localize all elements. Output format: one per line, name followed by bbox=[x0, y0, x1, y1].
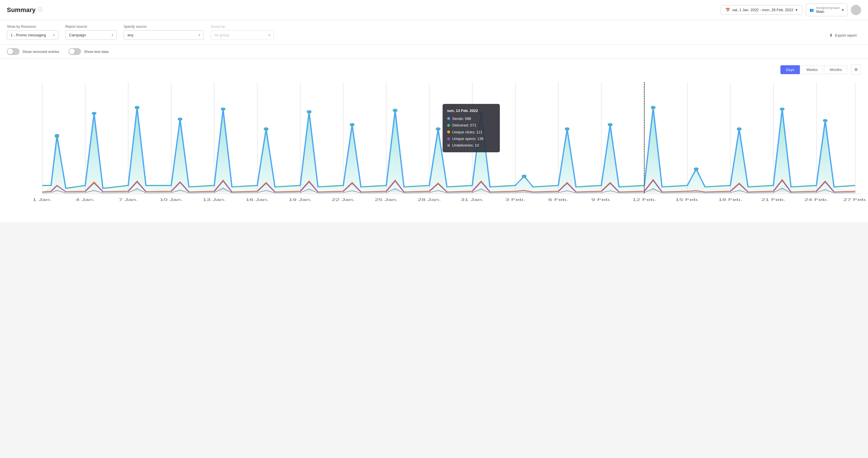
assigned-groups-arrow: ▾ bbox=[842, 8, 844, 12]
chevron-down-icon: ▾ bbox=[269, 33, 270, 37]
test-data-toggle[interactable] bbox=[68, 48, 81, 55]
page-title: Summary bbox=[7, 6, 35, 14]
svg-text:28 Jan.: 28 Jan. bbox=[418, 198, 441, 202]
assigned-groups-value: Main bbox=[816, 9, 824, 14]
svg-text:10 Jan.: 10 Jan. bbox=[160, 198, 183, 202]
svg-text:9 Feb.: 9 Feb. bbox=[591, 198, 611, 202]
avatar[interactable] bbox=[851, 5, 861, 15]
report-source-label: Report source: bbox=[65, 25, 117, 29]
date-range-picker[interactable]: 📅 sat, 1 Jan. 2022 - mon, 28 Feb. 2022 ▾ bbox=[720, 5, 802, 14]
svg-point-53 bbox=[522, 175, 526, 177]
assigned-groups-label: Assigned groups bbox=[816, 6, 840, 9]
svg-text:12 Feb.: 12 Feb. bbox=[632, 198, 656, 202]
specify-source-select[interactable]: any ▾ bbox=[124, 30, 204, 40]
svg-text:3 Feb.: 3 Feb. bbox=[505, 198, 525, 202]
show-by-resource-select[interactable]: 1 - Promo messaging ▾ bbox=[7, 30, 58, 40]
svg-text:6 Feb.: 6 Feb. bbox=[548, 198, 568, 202]
svg-text:27 Feb.: 27 Feb. bbox=[843, 198, 867, 202]
gear-icon: ⚙ bbox=[854, 67, 858, 72]
chart-settings-button[interactable]: ⚙ bbox=[851, 64, 861, 75]
chart-area: 1 Jan. 4 Jan. 7 Jan. 10 Jan. 13 Jan. 16 … bbox=[7, 79, 861, 217]
test-data-label: Show test data bbox=[84, 50, 108, 54]
svg-point-42 bbox=[55, 134, 59, 136]
svg-point-44 bbox=[135, 106, 140, 108]
removed-entries-label: Show removed entries bbox=[22, 50, 59, 54]
show-by-resource-label: Show by Resource: bbox=[7, 25, 58, 29]
svg-point-47 bbox=[264, 127, 268, 130]
svg-text:25 Jan.: 25 Jan. bbox=[375, 198, 398, 202]
svg-point-49 bbox=[350, 123, 354, 125]
svg-text:13 Jan.: 13 Jan. bbox=[203, 198, 226, 202]
removed-entries-toggle-group: Show removed entries bbox=[7, 48, 59, 55]
chevron-down-icon: ▾ bbox=[112, 33, 113, 37]
svg-point-58 bbox=[737, 127, 741, 130]
group-icon: 👥 bbox=[810, 8, 814, 12]
chevron-down-icon: ▾ bbox=[199, 33, 200, 37]
svg-point-51 bbox=[436, 127, 440, 130]
chart-container: Days Weeks Months ⚙ bbox=[0, 59, 868, 222]
svg-point-52 bbox=[479, 112, 483, 114]
help-icon[interactable]: ⓘ bbox=[38, 7, 42, 13]
svg-point-48 bbox=[307, 110, 311, 113]
svg-point-57 bbox=[694, 167, 699, 170]
group-by-label: Group by: bbox=[211, 25, 274, 29]
removed-entries-toggle[interactable] bbox=[7, 48, 20, 55]
header-left: Summary ⓘ bbox=[7, 6, 42, 14]
svg-text:18 Feb.: 18 Feb. bbox=[718, 198, 742, 202]
svg-text:15 Feb.: 15 Feb. bbox=[675, 198, 700, 202]
date-range-label: sat, 1 Jan. 2022 - mon, 28 Feb. 2022 bbox=[732, 8, 793, 12]
chart-svg: 1 Jan. 4 Jan. 7 Jan. 10 Jan. 13 Jan. 16 … bbox=[7, 79, 861, 205]
svg-text:31 Jan.: 31 Jan. bbox=[461, 198, 484, 202]
download-icon: ⬇ bbox=[829, 33, 833, 37]
svg-point-59 bbox=[780, 108, 784, 110]
specify-source-group: Specify source: any ▾ bbox=[124, 25, 204, 40]
show-by-resource-group: Show by Resource: 1 - Promo messaging ▾ bbox=[7, 25, 58, 40]
svg-text:4 Jan.: 4 Jan. bbox=[75, 198, 95, 202]
group-by-value: no group bbox=[214, 33, 229, 37]
svg-text:7 Jan.: 7 Jan. bbox=[119, 198, 138, 202]
specify-source-value: any bbox=[127, 33, 133, 37]
dropdown-arrow-icon: ▾ bbox=[796, 8, 798, 12]
svg-point-45 bbox=[178, 118, 182, 120]
group-by-group: Group by: no group ▾ bbox=[211, 25, 274, 40]
test-data-toggle-group: Show test data bbox=[68, 48, 108, 55]
filters-bar: Show by Resource: 1 - Promo messaging ▾ … bbox=[0, 20, 868, 45]
svg-marker-21 bbox=[42, 108, 855, 192]
toggle-knob bbox=[69, 49, 75, 54]
svg-text:22 Jan.: 22 Jan. bbox=[332, 198, 355, 202]
toggle-knob bbox=[7, 49, 13, 54]
svg-point-50 bbox=[393, 109, 397, 111]
calendar-icon: 📅 bbox=[725, 8, 730, 12]
svg-point-54 bbox=[565, 127, 569, 130]
header: Summary ⓘ 📅 sat, 1 Jan. 2022 - mon, 28 F… bbox=[0, 0, 868, 20]
svg-text:1 Jan.: 1 Jan. bbox=[33, 198, 52, 202]
svg-text:24 Feb.: 24 Feb. bbox=[804, 198, 829, 202]
report-source-value: Campaign bbox=[69, 33, 86, 37]
show-by-resource-value: 1 - Promo messaging bbox=[10, 33, 46, 37]
svg-point-60 bbox=[823, 119, 827, 121]
days-button[interactable]: Days bbox=[780, 65, 800, 74]
svg-text:16 Jan.: 16 Jan. bbox=[246, 198, 269, 202]
assigned-groups-selector[interactable]: 👥 Assigned groups Main ▾ bbox=[806, 3, 847, 16]
export-report-button[interactable]: ⬇ Export report bbox=[825, 31, 861, 40]
report-source-group: Report source: Campaign ▾ bbox=[65, 25, 117, 40]
svg-point-56 bbox=[651, 106, 655, 108]
filter-row: Show by Resource: 1 - Promo messaging ▾ … bbox=[7, 25, 861, 40]
group-by-select[interactable]: no group ▾ bbox=[211, 30, 274, 40]
months-button[interactable]: Months bbox=[824, 65, 847, 74]
chevron-down-icon: ▾ bbox=[53, 33, 55, 37]
svg-text:21 Feb.: 21 Feb. bbox=[762, 198, 785, 202]
weeks-button[interactable]: Weeks bbox=[801, 65, 823, 74]
svg-point-55 bbox=[608, 123, 612, 125]
header-right: 📅 sat, 1 Jan. 2022 - mon, 28 Feb. 2022 ▾… bbox=[720, 3, 861, 16]
export-label: Export report bbox=[835, 33, 857, 37]
specify-source-label: Specify source: bbox=[124, 25, 204, 29]
chart-controls: Days Weeks Months ⚙ bbox=[7, 64, 861, 75]
toggle-row: Show removed entries Show test data bbox=[0, 45, 868, 59]
svg-text:19 Jan.: 19 Jan. bbox=[288, 198, 312, 202]
report-source-select[interactable]: Campaign ▾ bbox=[65, 30, 117, 40]
svg-point-46 bbox=[221, 108, 225, 110]
svg-point-43 bbox=[92, 112, 96, 114]
